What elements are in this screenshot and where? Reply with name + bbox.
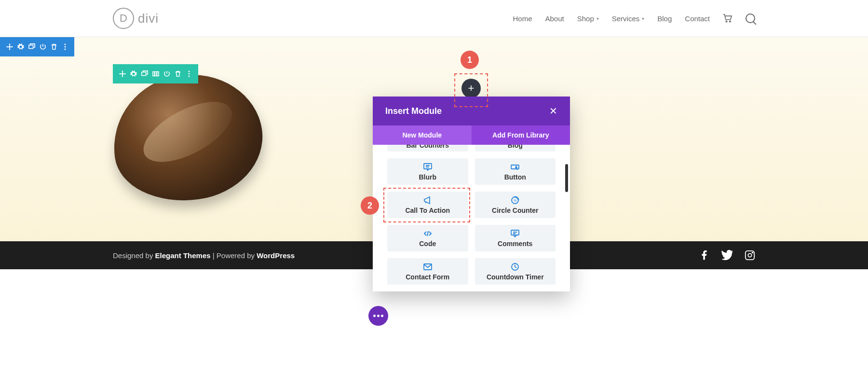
svg-point-12 — [188, 76, 190, 77]
svg-point-22 — [752, 252, 753, 253]
nav-services[interactable]: Services▾ — [612, 14, 645, 23]
instagram-icon[interactable] — [745, 250, 755, 261]
module-item-countdown-timer[interactable]: Countdown Timer — [475, 258, 556, 285]
comments-icon — [511, 229, 519, 238]
more-vertical-icon[interactable] — [59, 37, 70, 56]
svg-rect-17 — [511, 230, 519, 235]
footer-credits: Designed by Elegant Themes | Powered by … — [113, 251, 295, 260]
blurb-icon — [423, 163, 432, 171]
nav-blog[interactable]: Blog — [657, 14, 672, 23]
modal-tabs: New Module Add From Library — [373, 125, 570, 145]
module-item-bar-counters[interactable]: Bar Counters — [387, 145, 468, 152]
row-toolbar — [113, 64, 198, 83]
builder-settings-fab[interactable] — [368, 306, 388, 326]
tab-add-from-library[interactable]: Add From Library — [472, 125, 570, 145]
module-item-comments[interactable]: Comments — [475, 225, 556, 251]
close-icon[interactable]: ✕ — [549, 105, 557, 117]
power-icon[interactable] — [161, 64, 172, 83]
module-item-blog[interactable]: Blog — [475, 145, 556, 152]
product-image — [113, 75, 262, 200]
chevron-down-icon: ▾ — [597, 16, 599, 21]
move-icon[interactable] — [4, 37, 15, 56]
tab-new-module[interactable]: New Module — [373, 125, 472, 145]
svg-rect-9 — [157, 72, 159, 76]
logo-text: divi — [138, 11, 159, 26]
svg-rect-7 — [152, 72, 154, 76]
module-item-code[interactable]: Code — [387, 225, 468, 251]
svg-point-5 — [64, 49, 66, 50]
duplicate-icon[interactable] — [26, 37, 37, 56]
modal-body: Bar Counters Blog Blurb Button Call To A… — [373, 145, 570, 291]
envelope-icon — [423, 263, 432, 271]
megaphone-icon — [423, 196, 432, 205]
trash-icon[interactable] — [172, 64, 183, 83]
svg-rect-13 — [424, 164, 432, 169]
modal-title: Insert Module — [385, 106, 442, 116]
gear-icon[interactable] — [128, 64, 139, 83]
annotation-callout-1: 1 — [461, 51, 479, 69]
facebook-icon[interactable] — [699, 250, 710, 261]
svg-point-10 — [188, 71, 190, 72]
site-header: D divi Home About Shop▾ Services▾ Blog C… — [0, 0, 868, 37]
gear-icon[interactable] — [15, 37, 26, 56]
modal-header: Insert Module ✕ — [373, 97, 570, 125]
nav-contact[interactable]: Contact — [685, 14, 710, 23]
svg-rect-6 — [141, 72, 146, 76]
chevron-down-icon: ▾ — [642, 16, 644, 21]
page-canvas: 1 + Insert Module ✕ New Module Add From … — [0, 37, 868, 241]
columns-icon[interactable] — [150, 64, 161, 83]
module-item-contact-form[interactable]: Contact Form — [387, 258, 468, 285]
svg-point-4 — [64, 46, 66, 48]
scrollbar-thumb[interactable] — [565, 164, 568, 192]
footer-link-elegant-themes[interactable]: Elegant Themes — [155, 251, 211, 260]
svg-point-21 — [748, 253, 751, 257]
dot-icon — [381, 315, 383, 317]
svg-text:%: % — [514, 199, 516, 202]
add-module-button[interactable]: + — [461, 79, 481, 98]
nav-shop[interactable]: Shop▾ — [577, 14, 599, 23]
annotation-callout-2: 2 — [361, 196, 379, 215]
trash-icon[interactable] — [48, 37, 59, 56]
logo-mark-icon: D — [113, 8, 134, 29]
move-icon[interactable] — [117, 64, 128, 83]
twitter-icon[interactable] — [721, 250, 733, 261]
module-item-circle-counter[interactable]: % Circle Counter — [475, 192, 556, 218]
duplicate-icon[interactable] — [139, 64, 150, 83]
footer-link-wordpress[interactable]: WordPress — [257, 251, 295, 260]
svg-point-1 — [730, 21, 731, 22]
svg-rect-8 — [155, 72, 157, 76]
button-icon — [511, 163, 519, 171]
svg-point-3 — [64, 44, 66, 45]
cart-icon[interactable] — [723, 14, 732, 23]
module-item-button[interactable]: Button — [475, 158, 556, 185]
clock-icon — [511, 263, 519, 271]
more-vertical-icon[interactable] — [183, 64, 194, 83]
svg-point-11 — [188, 73, 190, 75]
module-item-blurb[interactable]: Blurb — [387, 158, 468, 185]
insert-module-modal: Insert Module ✕ New Module Add From Libr… — [373, 97, 570, 291]
svg-point-0 — [726, 21, 727, 22]
svg-rect-2 — [28, 45, 33, 49]
nav-home[interactable]: Home — [513, 14, 532, 23]
circle-counter-icon: % — [511, 196, 519, 205]
site-logo[interactable]: D divi — [113, 8, 159, 29]
code-icon — [423, 229, 432, 238]
module-item-call-to-action[interactable]: Call To Action — [387, 192, 468, 218]
nav-about[interactable]: About — [545, 14, 564, 23]
primary-nav: Home About Shop▾ Services▾ Blog Contact — [513, 14, 755, 23]
dot-icon — [373, 315, 376, 317]
search-icon[interactable] — [746, 14, 755, 23]
power-icon[interactable] — [37, 37, 48, 56]
footer-socials — [699, 250, 755, 261]
section-toolbar — [0, 37, 74, 56]
dot-icon — [377, 315, 380, 317]
